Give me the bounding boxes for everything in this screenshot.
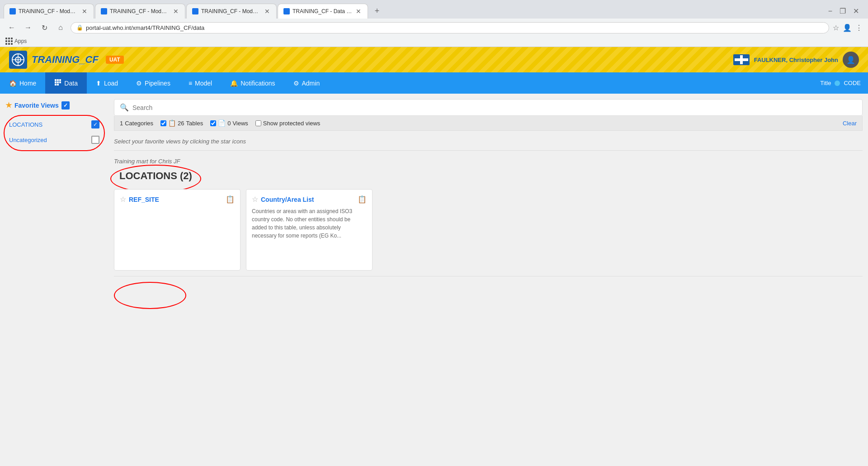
apps-icon[interactable] bbox=[5, 38, 13, 45]
protected-views-filter[interactable]: Show protected views bbox=[255, 120, 320, 127]
tables-label: Tables bbox=[186, 120, 203, 127]
nav-data[interactable]: Data bbox=[45, 72, 87, 94]
card-country-area[interactable]: ☆ Country/Area List 📋 Countries or areas… bbox=[246, 189, 373, 271]
tab-close-3[interactable]: ✕ bbox=[264, 8, 271, 15]
toggle-dot[interactable] bbox=[835, 81, 840, 86]
tab-bar: TRAINING_CF - Model - Edit ✕ TRAINING_CF… bbox=[0, 0, 868, 19]
tab-title-1: TRAINING_CF - Model - Edit bbox=[19, 8, 78, 14]
nav-load[interactable]: ⬆ Load bbox=[87, 73, 127, 93]
minimize-button[interactable]: − bbox=[826, 5, 834, 17]
user-avatar[interactable]: 👤 bbox=[843, 52, 859, 68]
home-nav-button[interactable]: ⌂ bbox=[54, 21, 67, 34]
admin-icon: ⚙ bbox=[293, 80, 299, 87]
tables-filter[interactable]: 📋 26 Tables bbox=[160, 119, 203, 127]
forward-button[interactable]: → bbox=[22, 21, 34, 34]
restore-button[interactable]: ❐ bbox=[838, 5, 848, 17]
tables-checkbox[interactable] bbox=[160, 120, 166, 126]
svg-rect-7 bbox=[55, 79, 57, 81]
close-window-button[interactable]: ✕ bbox=[851, 5, 861, 17]
filter-bar: 1 Categories 📋 26 Tables 📄 0 Views Show … bbox=[114, 116, 863, 131]
tab-1[interactable]: TRAINING_CF - Model - Edit ✕ bbox=[4, 4, 94, 19]
address-bar-row: ← → ↻ ⌂ 🔒 portal-uat.who.int/xmart4/TRAI… bbox=[0, 19, 868, 37]
card-country-area-table-icon: 📋 bbox=[358, 195, 367, 204]
categories-filter[interactable]: 1 Categories bbox=[120, 120, 153, 127]
sidebar-item-locations[interactable]: LOCATIONS ✓ bbox=[5, 118, 103, 131]
tab-favicon-2 bbox=[101, 8, 107, 14]
sidebar-uncategorized-check[interactable] bbox=[91, 136, 99, 144]
svg-rect-6 bbox=[740, 55, 743, 64]
card-country-area-star[interactable]: ☆ bbox=[252, 195, 258, 204]
reload-button[interactable]: ↻ bbox=[38, 21, 51, 34]
nav-model[interactable]: ≡ Model bbox=[179, 73, 221, 93]
bottom-divider bbox=[114, 276, 863, 276]
nav-notifications[interactable]: 🔔 Notifications bbox=[221, 73, 284, 93]
nav-admin[interactable]: ⚙ Admin bbox=[284, 73, 329, 93]
load-icon: ⬆ bbox=[96, 80, 101, 87]
search-input[interactable] bbox=[132, 104, 857, 111]
card-country-area-title-wrap: ☆ Country/Area List bbox=[252, 195, 314, 204]
views-count: 0 bbox=[227, 120, 231, 127]
tables-count: 26 bbox=[178, 120, 184, 127]
nav-admin-label: Admin bbox=[302, 80, 320, 87]
search-bar-wrap: 🔍 bbox=[114, 99, 863, 116]
nav-right: Title CODE bbox=[820, 80, 868, 86]
model-icon: ≡ bbox=[189, 80, 192, 87]
lock-icon: 🔒 bbox=[76, 24, 83, 31]
tab-favicon-1 bbox=[9, 8, 16, 14]
window-controls: − ❐ ✕ bbox=[826, 5, 864, 17]
nav-pipelines[interactable]: ⚙ Pipelines bbox=[127, 73, 179, 93]
pipelines-icon: ⚙ bbox=[136, 80, 142, 87]
favorite-views-check[interactable]: ✓ bbox=[61, 101, 70, 109]
apps-label[interactable]: Apps bbox=[14, 38, 27, 44]
card-ref-site-star[interactable]: ☆ bbox=[120, 195, 126, 204]
uat-badge: UAT bbox=[106, 56, 124, 64]
bookmark-button[interactable]: ☆ bbox=[833, 24, 839, 32]
card-country-area-header: ☆ Country/Area List 📋 bbox=[252, 195, 367, 204]
app-logo: TRAINING_CF UAT bbox=[9, 51, 124, 69]
tab-title-2: TRAINING_CF - Model - Edit bbox=[110, 8, 170, 14]
search-icon: 🔍 bbox=[120, 103, 129, 112]
card-ref-site-header: ☆ REF_SITE 📋 bbox=[120, 195, 235, 204]
nav-bar: 🏠 Home Data ⬆ Load ⚙ Pipelines ≡ Model 🔔… bbox=[0, 72, 868, 94]
card-ref-site-table-icon: 📋 bbox=[226, 195, 235, 204]
notifications-icon: 🔔 bbox=[230, 80, 238, 87]
profile-button[interactable]: 👤 bbox=[843, 24, 852, 32]
sidebar-item-uncategorized[interactable]: Uncategorized bbox=[5, 133, 103, 147]
bottom-circle-annotation bbox=[114, 282, 186, 309]
card-ref-site[interactable]: ☆ REF_SITE 📋 bbox=[114, 189, 241, 271]
favorite-views-label: Favorite Views bbox=[14, 102, 59, 109]
user-info: FAULKNER, Christopher John 👤 bbox=[733, 52, 859, 68]
tab-2[interactable]: TRAINING_CF - Model - Edit ✕ bbox=[95, 4, 185, 19]
protected-label: Show protected views bbox=[263, 120, 320, 127]
logo-text: TRAINING_CF bbox=[32, 54, 99, 66]
nav-code-label: CODE bbox=[844, 80, 861, 86]
new-tab-button[interactable]: + bbox=[371, 5, 383, 18]
tab-favicon-3 bbox=[192, 8, 198, 14]
nav-home[interactable]: 🏠 Home bbox=[0, 73, 45, 93]
clear-button[interactable]: Clear bbox=[843, 120, 857, 127]
protected-checkbox[interactable] bbox=[255, 120, 261, 126]
card-ref-site-title: REF_SITE bbox=[129, 196, 159, 203]
back-button[interactable]: ← bbox=[5, 21, 18, 34]
sidebar-locations-check[interactable]: ✓ bbox=[91, 120, 99, 128]
views-filter[interactable]: 📄 0 Views bbox=[210, 119, 248, 127]
main-content: ★ Favorite Views ✓ LOCATIONS ✓ Uncategor… bbox=[0, 94, 868, 466]
sidebar-uncategorized-label: Uncategorized bbox=[9, 137, 47, 143]
categories-label: Categories bbox=[125, 120, 153, 127]
sidebar-circle-annotation: LOCATIONS ✓ Uncategorized bbox=[4, 115, 105, 151]
views-checkbox[interactable] bbox=[210, 120, 216, 126]
tab-close-1[interactable]: ✕ bbox=[81, 8, 88, 15]
tab-close-2[interactable]: ✕ bbox=[172, 8, 179, 15]
card-country-area-title: Country/Area List bbox=[261, 196, 314, 203]
tab-close-4[interactable]: ✕ bbox=[355, 8, 362, 15]
svg-rect-14 bbox=[57, 84, 59, 86]
favorite-views-section[interactable]: ★ Favorite Views ✓ bbox=[5, 101, 103, 109]
categories-count: 1 bbox=[120, 120, 123, 127]
user-flag bbox=[733, 54, 750, 65]
address-bar[interactable]: 🔒 portal-uat.who.int/xmart4/TRAINING_CF/… bbox=[71, 22, 829, 33]
svg-rect-11 bbox=[57, 81, 59, 83]
menu-button[interactable]: ⋮ bbox=[855, 24, 863, 32]
tab-3[interactable]: TRAINING_CF - Model - Edit ✕ bbox=[186, 4, 277, 19]
tab-4[interactable]: TRAINING_CF - Data Catalog ✕ bbox=[278, 4, 368, 19]
svg-rect-10 bbox=[55, 81, 57, 83]
